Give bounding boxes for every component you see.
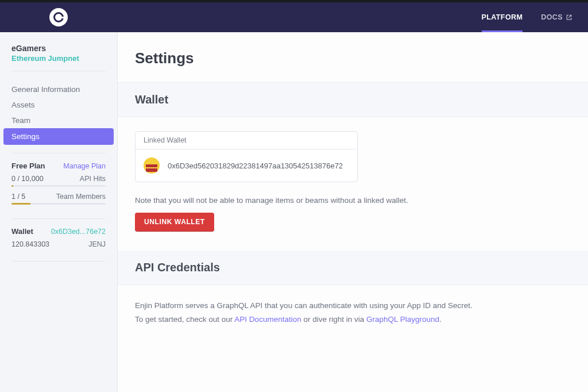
api-documentation-link[interactable]: API Documentation [234,315,301,324]
api-text-c: . [439,315,442,324]
divider [11,261,106,262]
divider [11,71,106,71]
wallet-full-address: 0x6D3ed562031829d22381497aa130542513876e… [168,162,343,170]
enjin-logo[interactable] [49,8,68,26]
section-head-wallet: Wallet [118,83,588,117]
wallet-note: Note that you will not be able to manage… [135,196,571,205]
wallet-avatar-icon [144,157,160,174]
nav-tab-platform[interactable]: PLATFORM [482,2,523,32]
api-description-1: Enjin Platform serves a GraphQL API that… [135,299,571,313]
page-title: Settings [135,49,571,67]
sidebar-item-general[interactable]: General Information [0,82,117,97]
manage-plan-link[interactable]: Manage Plan [63,162,106,170]
api-hits-label: API Hits [80,175,106,183]
api-text-b: or dive right in via [301,315,366,324]
api-description-2: To get started, check out our API Docume… [135,313,571,326]
graphql-playground-link[interactable]: GraphQL Playground [366,315,439,324]
top-nav: PLATFORM DOCS [0,2,588,32]
nav-tab-docs[interactable]: DOCS [541,2,572,32]
divider [11,153,106,153]
project-name: eGamers [11,44,106,53]
external-link-icon [566,14,572,20]
wallet-short-address[interactable]: 0x6D3ed...76e72 [51,228,106,236]
linked-wallet-card: Linked Wallet 0x6D3ed562031829d22381497a… [135,131,358,182]
linked-wallet-label: Linked Wallet [136,132,357,149]
section-head-api: API Credentials [118,251,588,285]
team-label: Team Members [56,193,106,201]
nav-tab-docs-label: DOCS [541,13,563,21]
team-value: 1 / 5 [11,193,25,201]
section-title-wallet: Wallet [135,93,571,106]
wallet-balance: 120.843303 [11,240,49,248]
nav-tab-platform-label: PLATFORM [482,13,523,21]
main-content: Settings Wallet Linked Wallet 0x6D3ed562… [118,32,588,392]
api-hits-value: 0 / 10,000 [11,175,44,183]
sidebar-nav: General Information Assets Team Settings [0,79,117,145]
team-bar [11,203,106,205]
sidebar-item-team[interactable]: Team [0,113,117,128]
plan-title: Free Plan [11,162,45,170]
enjin-logo-icon [53,12,64,22]
sidebar-item-settings[interactable]: Settings [3,128,114,145]
wallet-token: JENJ [88,240,106,248]
wallet-title: Wallet [11,227,33,236]
section-title-api: API Credentials [135,261,571,274]
divider [11,218,106,219]
sidebar-item-assets[interactable]: Assets [0,97,117,113]
unlink-wallet-button[interactable]: UNLINK WALLET [135,213,214,231]
api-text-a: To get started, check out our [135,315,234,324]
api-hits-bar [11,185,106,187]
project-network[interactable]: Ethereum Jumpnet [11,54,106,63]
sidebar: eGamers Ethereum Jumpnet General Informa… [0,32,118,392]
